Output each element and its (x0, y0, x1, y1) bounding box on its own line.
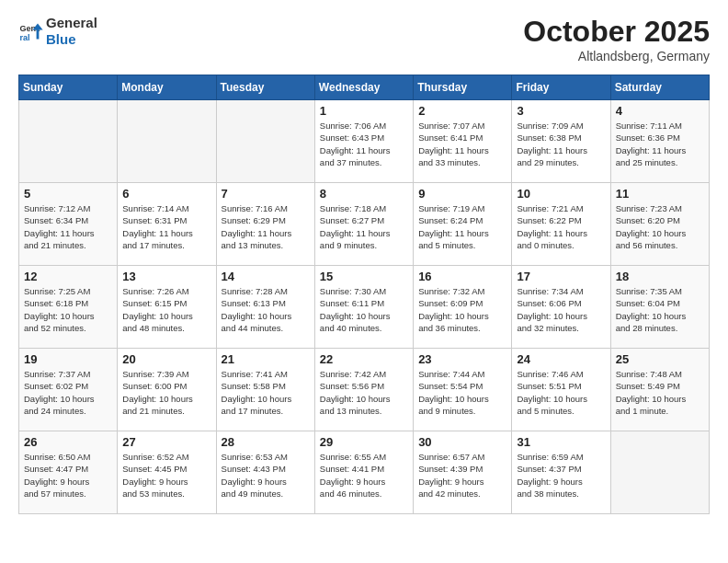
day-number: 12 (24, 270, 112, 283)
calendar-cell: 24Sunrise: 7:46 AMSunset: 5:51 PMDayligh… (512, 349, 610, 431)
calendar-cell: 6Sunrise: 7:14 AMSunset: 6:31 PMDaylight… (118, 183, 216, 266)
calendar-cell (19, 100, 118, 183)
calendar-cell: 14Sunrise: 7:28 AMSunset: 6:13 PMDayligh… (216, 266, 314, 349)
day-number: 25 (616, 352, 704, 366)
day-info: Sunrise: 7:28 AMSunset: 6:13 PMDaylight:… (222, 285, 310, 334)
col-monday: Monday (118, 75, 216, 100)
calendar-week-4: 19Sunrise: 7:37 AMSunset: 6:02 PMDayligh… (19, 349, 710, 431)
day-info: Sunrise: 7:16 AMSunset: 6:29 PMDaylight:… (222, 202, 310, 251)
calendar-cell: 12Sunrise: 7:25 AMSunset: 6:18 PMDayligh… (19, 266, 118, 349)
month-title: October 2025 (523, 15, 710, 49)
calendar-cell: 22Sunrise: 7:42 AMSunset: 5:56 PMDayligh… (314, 349, 413, 431)
day-info: Sunrise: 7:34 AMSunset: 6:06 PMDaylight:… (517, 285, 605, 334)
logo-text-blue: Blue (46, 31, 97, 48)
day-info: Sunrise: 7:32 AMSunset: 6:09 PMDaylight:… (418, 285, 506, 334)
calendar-cell: 27Sunrise: 6:52 AMSunset: 4:45 PMDayligh… (118, 431, 216, 514)
calendar-cell: 31Sunrise: 6:59 AMSunset: 4:37 PMDayligh… (512, 431, 610, 514)
calendar-cell: 30Sunrise: 6:57 AMSunset: 4:39 PMDayligh… (414, 431, 512, 514)
col-saturday: Saturday (610, 75, 709, 100)
calendar-cell: 26Sunrise: 6:50 AMSunset: 4:47 PMDayligh… (19, 431, 118, 514)
calendar-cell: 19Sunrise: 7:37 AMSunset: 6:02 PMDayligh… (19, 349, 118, 431)
calendar-cell: 11Sunrise: 7:23 AMSunset: 6:20 PMDayligh… (610, 183, 709, 266)
day-info: Sunrise: 7:26 AMSunset: 6:15 PMDaylight:… (122, 285, 210, 334)
calendar-table: Sunday Monday Tuesday Wednesday Thursday… (18, 75, 710, 514)
col-tuesday: Tuesday (216, 75, 314, 100)
day-info: Sunrise: 7:41 AMSunset: 5:58 PMDaylight:… (222, 368, 310, 417)
header-row: Sunday Monday Tuesday Wednesday Thursday… (19, 75, 710, 100)
day-number: 13 (122, 270, 210, 283)
day-info: Sunrise: 7:11 AMSunset: 6:36 PMDaylight:… (616, 120, 704, 168)
calendar-cell: 21Sunrise: 7:41 AMSunset: 5:58 PMDayligh… (216, 349, 314, 431)
day-number: 15 (320, 270, 408, 283)
day-number: 17 (517, 270, 605, 283)
calendar-cell: 29Sunrise: 6:55 AMSunset: 4:41 PMDayligh… (314, 431, 413, 514)
calendar-week-3: 12Sunrise: 7:25 AMSunset: 6:18 PMDayligh… (19, 266, 710, 349)
calendar-cell: 16Sunrise: 7:32 AMSunset: 6:09 PMDayligh… (414, 266, 512, 349)
calendar-cell: 9Sunrise: 7:19 AMSunset: 6:24 PMDaylight… (414, 183, 512, 266)
day-number: 18 (616, 270, 704, 283)
day-info: Sunrise: 7:23 AMSunset: 6:20 PMDaylight:… (616, 202, 704, 251)
day-number: 11 (616, 187, 704, 201)
calendar-week-5: 26Sunrise: 6:50 AMSunset: 4:47 PMDayligh… (19, 431, 710, 514)
title-section: October 2025 Altlandsberg, Germany (523, 15, 710, 63)
calendar-cell: 1Sunrise: 7:06 AMSunset: 6:43 PMDaylight… (314, 100, 413, 183)
day-info: Sunrise: 6:59 AMSunset: 4:37 PMDaylight:… (517, 451, 605, 500)
calendar-cell: 18Sunrise: 7:35 AMSunset: 6:04 PMDayligh… (610, 266, 709, 349)
day-number: 3 (517, 104, 605, 118)
day-number: 29 (320, 435, 408, 449)
svg-text:ral: ral (19, 33, 29, 42)
day-info: Sunrise: 7:07 AMSunset: 6:41 PMDaylight:… (418, 120, 506, 168)
calendar-cell: 20Sunrise: 7:39 AMSunset: 6:00 PMDayligh… (118, 349, 216, 431)
day-info: Sunrise: 7:21 AMSunset: 6:22 PMDaylight:… (517, 202, 605, 251)
day-info: Sunrise: 7:18 AMSunset: 6:27 PMDaylight:… (320, 202, 408, 251)
calendar-week-2: 5Sunrise: 7:12 AMSunset: 6:34 PMDaylight… (19, 183, 710, 266)
day-info: Sunrise: 6:50 AMSunset: 4:47 PMDaylight:… (24, 451, 112, 500)
day-number: 10 (517, 187, 605, 201)
day-number: 9 (418, 187, 506, 201)
day-info: Sunrise: 7:30 AMSunset: 6:11 PMDaylight:… (320, 285, 408, 334)
calendar-cell: 5Sunrise: 7:12 AMSunset: 6:34 PMDaylight… (19, 183, 118, 266)
calendar-week-1: 1Sunrise: 7:06 AMSunset: 6:43 PMDaylight… (19, 100, 710, 183)
calendar-cell: 8Sunrise: 7:18 AMSunset: 6:27 PMDaylight… (314, 183, 413, 266)
day-number: 4 (616, 104, 704, 118)
day-number: 19 (24, 352, 112, 366)
calendar-cell: 2Sunrise: 7:07 AMSunset: 6:41 PMDaylight… (414, 100, 512, 183)
logo-icon: Gene ral (18, 18, 44, 44)
calendar-cell (610, 431, 709, 514)
calendar-cell: 13Sunrise: 7:26 AMSunset: 6:15 PMDayligh… (118, 266, 216, 349)
day-info: Sunrise: 7:12 AMSunset: 6:34 PMDaylight:… (24, 202, 112, 251)
day-number: 14 (222, 270, 310, 283)
day-info: Sunrise: 7:42 AMSunset: 5:56 PMDaylight:… (320, 368, 408, 417)
day-number: 1 (320, 104, 408, 118)
day-number: 26 (24, 435, 112, 449)
day-number: 5 (24, 187, 112, 201)
calendar-cell: 28Sunrise: 6:53 AMSunset: 4:43 PMDayligh… (216, 431, 314, 514)
calendar-cell: 15Sunrise: 7:30 AMSunset: 6:11 PMDayligh… (314, 266, 413, 349)
day-info: Sunrise: 7:46 AMSunset: 5:51 PMDaylight:… (517, 368, 605, 417)
day-info: Sunrise: 7:35 AMSunset: 6:04 PMDaylight:… (616, 285, 704, 334)
day-info: Sunrise: 7:06 AMSunset: 6:43 PMDaylight:… (320, 120, 408, 168)
calendar-cell (118, 100, 216, 183)
day-info: Sunrise: 7:39 AMSunset: 6:00 PMDaylight:… (122, 368, 210, 417)
day-number: 22 (320, 352, 408, 366)
col-thursday: Thursday (414, 75, 512, 100)
day-number: 27 (122, 435, 210, 449)
day-number: 8 (320, 187, 408, 201)
calendar-cell: 10Sunrise: 7:21 AMSunset: 6:22 PMDayligh… (512, 183, 610, 266)
day-number: 30 (418, 435, 506, 449)
calendar-cell: 17Sunrise: 7:34 AMSunset: 6:06 PMDayligh… (512, 266, 610, 349)
day-info: Sunrise: 7:09 AMSunset: 6:38 PMDaylight:… (517, 120, 605, 168)
col-wednesday: Wednesday (314, 75, 413, 100)
page: Gene ral General Blue October 2025 Altla… (0, 0, 728, 529)
day-number: 23 (418, 352, 506, 366)
day-info: Sunrise: 7:44 AMSunset: 5:54 PMDaylight:… (418, 368, 506, 417)
logo-text-general: General (46, 15, 97, 30)
col-sunday: Sunday (19, 75, 118, 100)
logo: Gene ral General Blue (18, 15, 97, 48)
day-info: Sunrise: 6:57 AMSunset: 4:39 PMDaylight:… (418, 451, 506, 500)
day-number: 2 (418, 104, 506, 118)
calendar-cell: 3Sunrise: 7:09 AMSunset: 6:38 PMDaylight… (512, 100, 610, 183)
day-info: Sunrise: 7:19 AMSunset: 6:24 PMDaylight:… (418, 202, 506, 251)
day-info: Sunrise: 7:37 AMSunset: 6:02 PMDaylight:… (24, 368, 112, 417)
calendar-cell: 25Sunrise: 7:48 AMSunset: 5:49 PMDayligh… (610, 349, 709, 431)
